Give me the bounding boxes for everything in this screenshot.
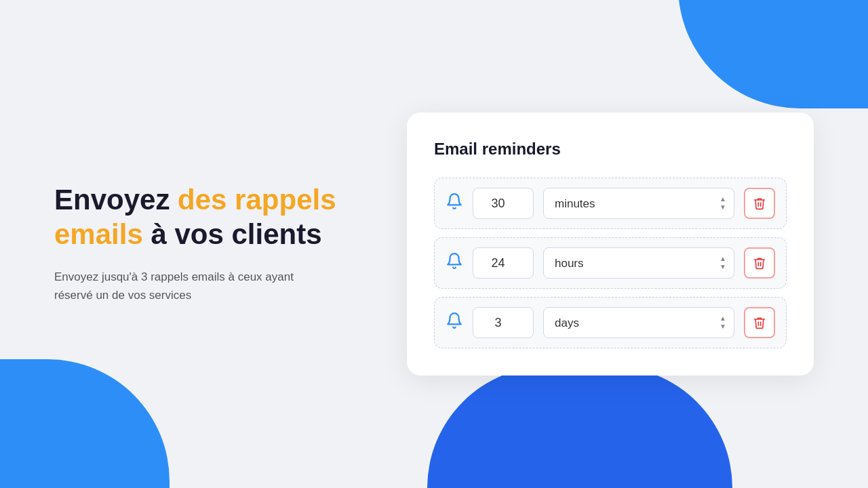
- headline: Envoyez des rappelsemails à vos clients: [54, 183, 353, 251]
- reminder-2-number-input[interactable]: [473, 247, 534, 279]
- headline-part1: Envoyez: [54, 184, 178, 216]
- description: Envoyez jusqu'à 3 rappels emails à ceux …: [54, 268, 312, 304]
- reminder-1-unit-select[interactable]: minutes hours days: [543, 188, 734, 219]
- delete-button-2[interactable]: [744, 247, 775, 279]
- bell-icon-2: [446, 252, 463, 274]
- reminder-2-unit-select[interactable]: minutes hours days: [543, 247, 734, 279]
- reminder-row-1: minutes hours days ▲ ▼: [434, 178, 787, 229]
- reminder-1-number-input[interactable]: [473, 188, 534, 219]
- reminders-list: minutes hours days ▲ ▼: [434, 178, 787, 348]
- bell-icon-1: [446, 192, 463, 214]
- delete-button-1[interactable]: [744, 188, 775, 219]
- bell-icon-3: [446, 312, 463, 333]
- headline-part2: à vos clients: [143, 218, 322, 250]
- reminder-1-unit-wrapper: minutes hours days ▲ ▼: [543, 188, 734, 219]
- left-panel: Envoyez des rappelsemails à vos clients …: [54, 183, 353, 304]
- reminder-row-2: minutes hours days ▲ ▼: [434, 237, 787, 289]
- reminder-3-unit-select[interactable]: minutes hours days: [543, 307, 734, 338]
- reminder-2-unit-wrapper: minutes hours days ▲ ▼: [543, 247, 734, 279]
- reminder-row-3: minutes hours days ▲ ▼: [434, 297, 787, 348]
- reminder-3-unit-wrapper: minutes hours days ▲ ▼: [543, 307, 734, 338]
- card-title: Email reminders: [434, 140, 787, 159]
- email-reminders-card: Email reminders minutes hours days: [407, 113, 814, 375]
- reminder-3-number-input[interactable]: [473, 307, 534, 338]
- main-container: Envoyez des rappelsemails à vos clients …: [0, 0, 868, 488]
- delete-button-3[interactable]: [744, 307, 775, 338]
